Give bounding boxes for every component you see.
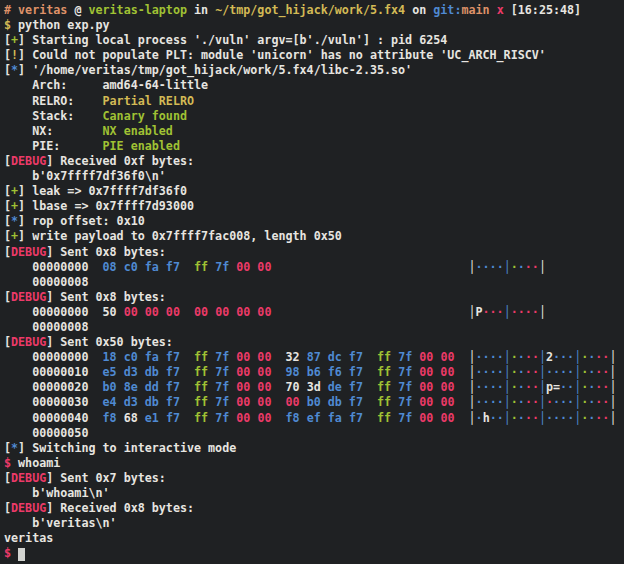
- text-segment: [271, 380, 285, 394]
- text-segment: ff: [377, 395, 391, 409]
- text-segment: 7f: [398, 395, 412, 409]
- text-segment: ] Could not populate PLT: module 'unicor…: [18, 48, 546, 62]
- text-segment: ····: [546, 411, 574, 425]
- text-segment: [454, 395, 468, 409]
- text-segment: [: [4, 184, 11, 198]
- text-segment: 7f: [398, 365, 412, 379]
- terminal-line-14: [+] lbase => 0x7ffff7d93000: [4, 199, 624, 214]
- text-segment: x: [497, 3, 504, 17]
- text-segment: b'whoami\n': [4, 486, 110, 500]
- terminal-line-25: 00000010 e5 d3 db f7 ff 7f 00 00 98 b6 f…: [4, 365, 624, 380]
- text-segment: ····: [476, 395, 504, 409]
- text-segment: [271, 350, 285, 364]
- text-segment: NX:: [4, 124, 103, 138]
- text-segment: Stack:: [4, 109, 103, 123]
- text-segment: │: [539, 305, 546, 319]
- text-segment: ····: [546, 365, 574, 379]
- text-segment: │: [504, 305, 511, 319]
- text-segment: │: [468, 260, 475, 274]
- text-cursor: [18, 548, 25, 561]
- terminal-line-36: veritas: [4, 531, 624, 546]
- text-segment: │: [609, 380, 616, 394]
- text-segment: ·: [511, 395, 518, 409]
- text-segment: [363, 380, 377, 394]
- text-segment: $: [4, 18, 11, 32]
- text-segment: 00 00: [419, 411, 454, 425]
- text-segment: ] Sent 0x7 bytes:: [46, 471, 166, 485]
- text-segment: 00 00: [236, 365, 271, 379]
- text-segment: │: [539, 411, 546, 425]
- text-segment: ··: [525, 350, 539, 364]
- text-segment: [180, 305, 194, 319]
- text-segment: ··: [525, 380, 539, 394]
- text-segment: [271, 260, 468, 274]
- terminal-line-7: RELRO: Partial RELRO: [4, 94, 624, 109]
- text-segment: [363, 365, 377, 379]
- text-segment: 32: [286, 350, 300, 364]
- text-segment: b'0x7ffff7df36f0\n': [4, 169, 166, 183]
- text-segment: $: [4, 456, 11, 470]
- text-segment: ·: [511, 350, 518, 364]
- text-segment: e4 d3 db f7: [103, 395, 180, 409]
- text-segment: [: [4, 63, 11, 77]
- text-segment: ····: [476, 350, 504, 364]
- text-segment: │: [609, 350, 616, 364]
- text-segment: ·: [546, 395, 553, 409]
- text-segment: 50: [103, 305, 117, 319]
- text-segment: 7f: [215, 380, 229, 394]
- terminal-line-28: 00000040 f8 68 e1 f7 ff 7f 00 00 f8 ef f…: [4, 411, 624, 426]
- text-segment: DEBUG: [11, 471, 46, 485]
- text-segment: ·: [518, 395, 525, 409]
- terminal-line-22: 00000008: [4, 320, 624, 335]
- text-segment: ·: [518, 365, 525, 379]
- terminal-line-35: b'veritas\n': [4, 516, 624, 531]
- text-segment: ] write payload to 0x7ffff7fac008, lengt…: [18, 229, 342, 243]
- text-segment: │: [539, 380, 546, 394]
- text-segment: ff: [377, 365, 391, 379]
- text-segment: │: [469, 365, 476, 379]
- terminal-line-33: b'whoami\n': [4, 486, 624, 501]
- text-segment: DEBUG: [11, 290, 46, 304]
- text-segment: 00 00: [419, 365, 454, 379]
- text-segment: 7f: [398, 350, 412, 364]
- terminal-line-29: 00000050: [4, 426, 624, 441]
- text-segment: ff: [194, 350, 208, 364]
- terminal[interactable]: # veritas @ veritas-laptop in ~/tmp/got_…: [0, 0, 624, 564]
- text-segment: [: [4, 471, 11, 485]
- text-segment: 00000030: [4, 395, 103, 409]
- text-segment: e5 d3 db f7: [103, 365, 180, 379]
- text-segment: Partial RELRO: [103, 94, 194, 108]
- text-segment: │: [539, 395, 546, 409]
- text-segment: ] Received 0x8 bytes:: [46, 501, 194, 515]
- text-segment: [: [4, 245, 11, 259]
- text-segment: ··: [525, 395, 539, 409]
- text-segment: whoami: [11, 456, 60, 470]
- text-segment: [454, 350, 468, 364]
- terminal-line-20: [DEBUG] Sent 0x8 bytes:: [4, 290, 624, 305]
- text-segment: ff: [377, 411, 391, 425]
- text-segment: ] Starting local process './vuln' argv=[…: [18, 33, 447, 47]
- text-segment: │: [609, 411, 616, 425]
- text-segment: [138, 411, 145, 425]
- text-segment: ··: [595, 365, 609, 379]
- text-segment: [490, 3, 497, 17]
- text-segment: [363, 411, 377, 425]
- text-segment: $: [4, 546, 18, 560]
- text-segment: ····: [511, 305, 539, 319]
- text-segment: Arch: amd64-64-little: [4, 78, 208, 92]
- text-segment: python exp.py: [11, 18, 110, 32]
- text-segment: [271, 395, 285, 409]
- text-segment: │: [539, 350, 546, 364]
- text-segment: DEBUG: [11, 245, 46, 259]
- text-segment: ··: [525, 260, 539, 274]
- text-segment: 00 00: [419, 395, 454, 409]
- terminal-line-31: $ whoami: [4, 456, 624, 471]
- text-segment: ] lbase => 0x7ffff7d93000: [18, 199, 194, 213]
- text-segment: 08 c0 fa f7: [103, 260, 180, 274]
- text-segment: RELRO:: [4, 94, 103, 108]
- text-segment: [363, 395, 377, 409]
- text-segment: Canary found: [103, 109, 187, 123]
- text-segment: 98 b6 f6 f7: [286, 365, 363, 379]
- text-segment: ff: [194, 395, 208, 409]
- text-segment: [321, 380, 328, 394]
